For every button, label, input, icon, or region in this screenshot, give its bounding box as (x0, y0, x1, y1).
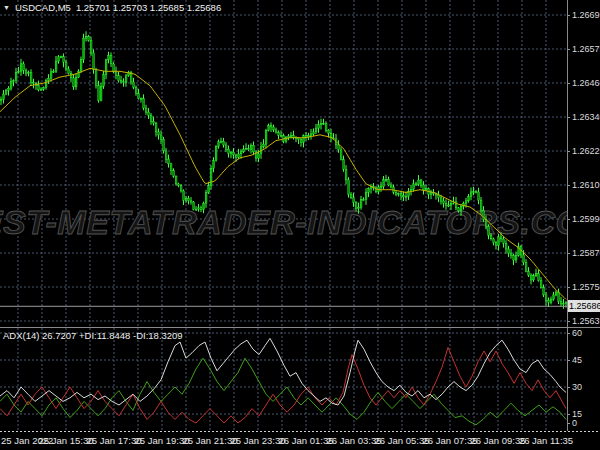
adx-canvas[interactable] (0, 328, 567, 431)
symbol-dropdown-icon[interactable]: ▼ (3, 4, 10, 11)
price-axis-label: 1.26695 (572, 10, 600, 20)
time-axis-label: 25 Jan 19:30 (135, 435, 190, 446)
adx-scale-axis[interactable]: 604530150 (568, 328, 600, 431)
price-axis-label: 1.25750 (572, 282, 600, 292)
price-axis-label: 1.26460 (572, 78, 600, 88)
panel-separator[interactable] (0, 327, 600, 328)
time-axis-label: 26 Jan 09:35 (471, 435, 526, 446)
time-axis-label: 26 Jan 07:35 (423, 435, 478, 446)
price-axis-label: 1.25990 (572, 214, 600, 224)
price-axis-label: 1.26225 (572, 146, 600, 156)
adx-scale-label: 0 (572, 418, 577, 428)
time-axis-label: 25 Jan 21:30 (183, 435, 238, 446)
time-axis-label: 25 Jan 15:30 (39, 435, 94, 446)
price-axis-label: 1.25635 (572, 316, 600, 326)
time-axis-label: 26 Jan 05:35 (375, 435, 430, 446)
time-axis-label: 26 Jan 03:35 (327, 435, 382, 446)
time-axis-label: 25 Jan 17:30 (87, 435, 142, 446)
axis-separator-vertical (567, 0, 568, 431)
adx-indicator-label: ADX(14) 26.7207 +DI:11.8448 -DI:18.3209 (3, 330, 183, 341)
price-axis-label: 1.26575 (572, 44, 600, 54)
metatrader-chart-window: { "title_bar": { "dropdown_icon": "▼", "… (0, 0, 600, 450)
chart-grid (0, 0, 567, 327)
current-price-tag: 1.25686 (568, 300, 600, 312)
price-axis-label: 1.26105 (572, 180, 600, 190)
price-axis[interactable]: 1.266951.265751.264601.263401.262251.261… (568, 0, 600, 327)
chart-title: ▼ USDCAD,M5 1.25701 1.25703 1.25685 1.25… (3, 2, 221, 13)
ohlc-values: 1.25701 1.25703 1.25685 1.25686 (76, 2, 221, 13)
adx-scale-label: 30 (572, 382, 582, 392)
adx-scale-label: 60 (572, 328, 582, 338)
time-axis-separator (0, 431, 600, 432)
adx-scale-label: 45 (572, 355, 582, 365)
price-chart-canvas[interactable]: BEST-METATRADER-INDICATORS.COM (0, 0, 567, 327)
time-axis[interactable]: 25 Jan 202225 Jan 15:3025 Jan 17:3025 Ja… (0, 432, 600, 450)
adx-indicator-panel[interactable] (0, 328, 567, 431)
symbol-timeframe-label: USDCAD,M5 (15, 2, 71, 13)
price-axis-label: 1.25870 (572, 248, 600, 258)
time-axis-label: 26 Jan 11:35 (519, 435, 573, 446)
time-axis-label: 26 Jan 01:35 (279, 435, 334, 446)
candles-layer (0, 31, 567, 309)
adx-lines-layer (0, 338, 566, 424)
price-axis-label: 1.26340 (572, 112, 600, 122)
main-chart-area[interactable]: BEST-METATRADER-INDICATORS.COM (0, 0, 567, 327)
time-axis-label: 25 Jan 23:30 (231, 435, 286, 446)
adx-grid (0, 328, 567, 431)
